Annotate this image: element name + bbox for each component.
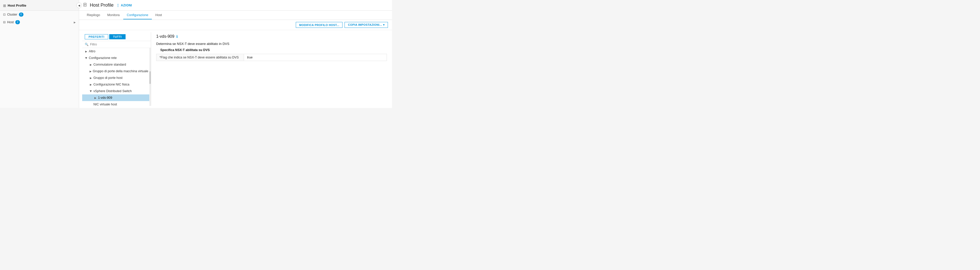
- config-rete-chevron-icon: ▶: [85, 56, 88, 59]
- preferiti-button[interactable]: PREFERITI: [85, 34, 108, 39]
- config-nic-chevron-icon: ▶: [89, 83, 92, 86]
- sidebar-item-host[interactable]: ⊟ Host 2 ▶: [0, 18, 79, 26]
- detail-info-icon[interactable]: ℹ: [177, 35, 178, 38]
- tree-node-gruppo-porte-macchina-label: Gruppo di porte della macchina virtuale: [93, 70, 148, 73]
- table-cell-label: *Flag che indica se NSX-T deve essere ab…: [156, 54, 244, 61]
- host-profile-doc-icon: [83, 3, 87, 8]
- main-content: Host Profile ⋮ AZIONI Riepilogo Monitora…: [79, 0, 392, 108]
- tree-node-commutatore-std[interactable]: ▶ Commutatore standard: [82, 61, 151, 68]
- tree-node-1-vds-909[interactable]: ▶ 1-vds-909: [82, 94, 151, 101]
- tree-node-config-rete[interactable]: ▶ Configurazione rete: [82, 55, 151, 61]
- tree-scroll[interactable]: ▶ Altro ▶ Configurazione rete ▶ Commutat…: [82, 48, 151, 106]
- tab-configurazione[interactable]: Configurazione: [123, 11, 152, 19]
- sidebar-header: ⊞ Host Profile: [0, 0, 79, 11]
- tree-node-nic-virtuale-host[interactable]: ▶ NIC virtuale host: [82, 101, 151, 106]
- table-cell-value: true: [244, 54, 387, 61]
- sidebar-collapse-button[interactable]: ◀: [76, 3, 82, 8]
- actions-dots-icon: ⋮: [116, 3, 120, 7]
- detail-panel: 1-vds-909 ℹ Determina se NSX-T deve esse…: [151, 30, 392, 108]
- tab-riepilogo[interactable]: Riepilogo: [83, 11, 103, 19]
- tree-node-nic-virtuale-label: NIC virtuale host: [94, 103, 117, 106]
- tree-node-altro[interactable]: ▶ Altro: [82, 48, 151, 55]
- host-badge: 2: [15, 20, 20, 24]
- host-icon: ⊟: [3, 21, 6, 24]
- commutatore-chevron-icon: ▶: [89, 63, 92, 66]
- sidebar: ⊞ Host Profile ⊡ Cluster 0 ⊟ Host 2 ▶ ◀: [0, 0, 79, 108]
- tree-node-config-nic-label: Configurazione NIC fisica: [94, 83, 129, 86]
- gruppo-porte-macchina-chevron-icon: ▶: [89, 70, 92, 73]
- sidebar-header-title: Host Profile: [8, 3, 26, 7]
- tree-node-vsphere-switch-label: vSphere Distributed Switch: [94, 89, 132, 93]
- tree-node-vds909-label: 1-vds-909: [98, 96, 112, 100]
- host-profile-sidebar-icon: ⊞: [3, 3, 6, 8]
- tab-host[interactable]: Host: [152, 11, 165, 19]
- detail-title-row: 1-vds-909 ℹ: [156, 34, 387, 39]
- detail-table: *Flag che indica se NSX-T deve essere ab…: [156, 54, 387, 61]
- filter-input[interactable]: [90, 43, 148, 46]
- tab-monitora[interactable]: Monitora: [103, 11, 123, 19]
- vsphere-switch-chevron-icon: ▶: [89, 90, 92, 93]
- tree-node-gruppo-porte-host[interactable]: ▶ Gruppo di porte host: [82, 75, 151, 81]
- tabs-bar: Riepilogo Monitora Configurazione Host: [79, 11, 392, 20]
- tree-node-commutatore-label: Commutatore standard: [94, 63, 126, 66]
- top-header: Host Profile ⋮ AZIONI: [79, 0, 392, 11]
- tree-panel: PREFERITI TUTTI 🔍 ▶ Altro: [82, 32, 151, 106]
- gruppo-porte-host-chevron-icon: ▶: [89, 76, 92, 79]
- tree-node-gruppo-porte-host-label: Gruppo di porte host: [94, 76, 123, 79]
- tree-node-altro-label: Altro: [89, 49, 95, 53]
- tree-filter-bar: 🔍: [82, 41, 151, 48]
- altro-chevron-icon: ▶: [85, 50, 88, 53]
- sidebar-item-host-label: Host: [7, 21, 14, 24]
- filter-search-icon: 🔍: [85, 43, 89, 46]
- tree-node-gruppo-porte-macchina[interactable]: ▶ Gruppo di porte della macchina virtual…: [82, 68, 151, 75]
- modifica-profilo-button[interactable]: MODIFICA PROFILO HOST...: [296, 22, 342, 28]
- tree-scrollbar-thumb[interactable]: [149, 71, 151, 84]
- cluster-badge: 0: [19, 13, 24, 17]
- tree-node-vsphere-dist-switch[interactable]: ▶ vSphere Distributed Switch: [82, 88, 151, 94]
- tree-node-config-nic-fisica[interactable]: ▶ Configurazione NIC fisica: [82, 81, 151, 88]
- tutti-button[interactable]: TUTTI: [109, 34, 126, 39]
- content-toolbar: MODIFICA PROFILO HOST... COPIA IMPOSTAZI…: [79, 20, 392, 30]
- actions-button[interactable]: ⋮ AZIONI: [116, 3, 132, 7]
- detail-section-title: Determina se NSX-T deve essere abilitato…: [156, 42, 387, 46]
- detail-subsection-title: Specifica NSX-T abilitata su DVS: [156, 48, 387, 52]
- cluster-icon: ⊡: [3, 13, 6, 16]
- host-chevron-icon: ▶: [74, 21, 76, 24]
- tree-buttons: PREFERITI TUTTI: [82, 32, 151, 41]
- vds909-chevron-icon: ▶: [94, 97, 97, 99]
- sidebar-item-cluster-label: Cluster: [7, 13, 18, 16]
- tree-scrollbar-track[interactable]: [149, 48, 151, 106]
- detail-title-text: 1-vds-909: [156, 34, 174, 39]
- copia-impostazioni-button[interactable]: COPIA IMPOSTAZIONI... ▾: [345, 22, 388, 28]
- page-title: Host Profile: [90, 3, 114, 8]
- content-area: MODIFICA PROFILO HOST... COPIA IMPOSTAZI…: [79, 20, 392, 108]
- split-layout: PREFERITI TUTTI 🔍 ▶ Altro: [79, 30, 392, 108]
- sidebar-item-cluster[interactable]: ⊡ Cluster 0: [0, 11, 79, 18]
- tree-node-config-rete-label: Configurazione rete: [89, 56, 117, 60]
- table-row: *Flag che indica se NSX-T deve essere ab…: [156, 54, 387, 61]
